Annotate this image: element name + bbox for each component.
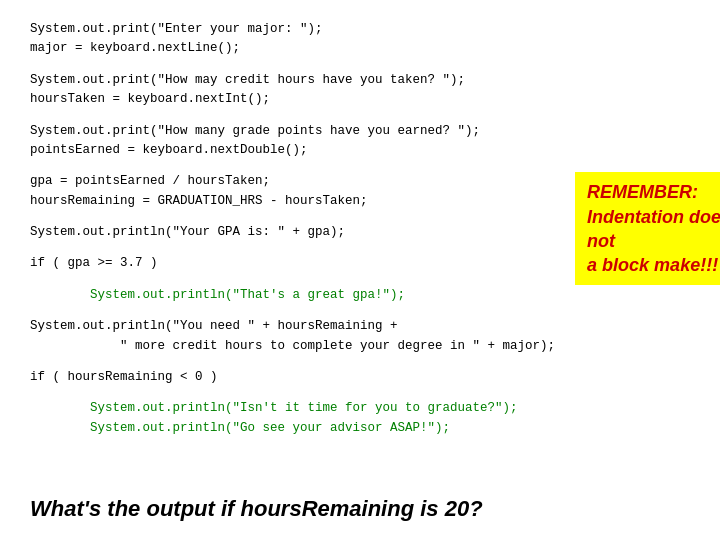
code-block-9: System.out.println("Isn't it time for yo… [30, 399, 555, 438]
code-line: System.out.println("You need " + hoursRe… [30, 317, 555, 336]
code-block-6b: System.out.println("That's a great gpa!"… [30, 286, 555, 305]
code-line: gpa = pointsEarned / hoursTaken; [30, 172, 555, 191]
bottom-question: What's the output if hoursRemaining is 2… [30, 496, 690, 522]
callout-text: REMEMBER: Indentation does not a block m… [587, 180, 720, 277]
code-block-4: gpa = pointsEarned / hoursTaken; hoursRe… [30, 172, 555, 211]
code-line-green: System.out.println("Isn't it time for yo… [30, 399, 555, 418]
code-block-1: System.out.print("Enter your major: "); … [30, 20, 690, 59]
code-line-green: System.out.println("Go see your advisor … [30, 419, 555, 438]
code-col: gpa = pointsEarned / hoursTaken; hoursRe… [30, 172, 555, 450]
code-block-5: System.out.println("Your GPA is: " + gpa… [30, 223, 555, 242]
code-line-green: System.out.println("That's a great gpa!"… [30, 286, 555, 305]
code-line: System.out.print("How may credit hours h… [30, 71, 690, 90]
code-line: if ( hoursRemaining < 0 ) [30, 368, 555, 387]
callout-line3: a block make!!! [587, 255, 718, 275]
code-block-7: System.out.println("You need " + hoursRe… [30, 317, 555, 356]
callout-box: REMEMBER: Indentation does not a block m… [575, 172, 720, 285]
slide-container: System.out.print("Enter your major: "); … [0, 0, 720, 540]
code-block-3: System.out.print("How many grade points … [30, 122, 690, 161]
code-line: hoursTaken = keyboard.nextInt(); [30, 90, 690, 109]
callout-line1: REMEMBER: [587, 182, 698, 202]
code-line: if ( gpa >= 3.7 ) [30, 254, 555, 273]
code-line: hoursRemaining = GRADUATION_HRS - hoursT… [30, 192, 555, 211]
callout-row: gpa = pointsEarned / hoursTaken; hoursRe… [30, 172, 690, 450]
code-line: pointsEarned = keyboard.nextDouble(); [30, 141, 690, 160]
code-block-2: System.out.print("How may credit hours h… [30, 71, 690, 110]
callout-line2: Indentation does not [587, 207, 720, 251]
code-line: System.out.print("Enter your major: "); [30, 20, 690, 39]
code-line: " more credit hours to complete your deg… [30, 337, 555, 356]
code-block-6: if ( gpa >= 3.7 ) [30, 254, 555, 273]
code-section: System.out.print("Enter your major: "); … [30, 20, 690, 450]
code-line: System.out.print("How many grade points … [30, 122, 690, 141]
code-block-8: if ( hoursRemaining < 0 ) [30, 368, 555, 387]
code-line: major = keyboard.nextLine(); [30, 39, 690, 58]
question-text: What's the output if hoursRemaining is 2… [30, 496, 483, 521]
code-line: System.out.println("Your GPA is: " + gpa… [30, 223, 555, 242]
